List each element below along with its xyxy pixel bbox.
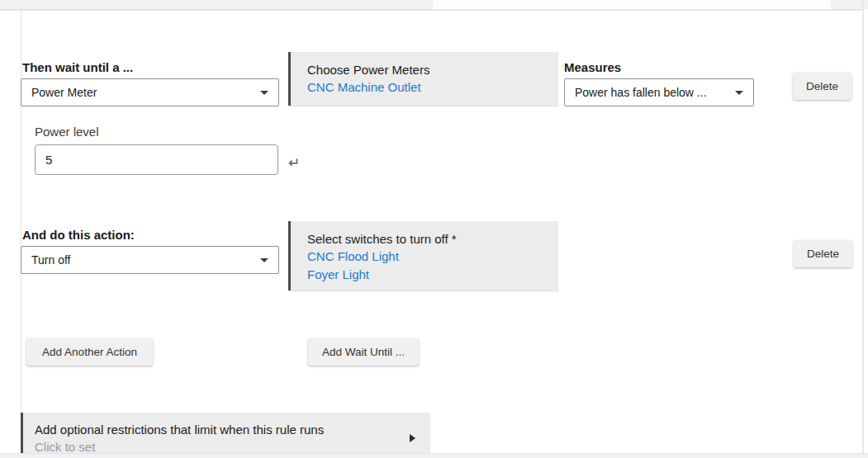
rule-builder-screen: Then wait until a ... Power Meter Choose…: [0, 0, 868, 458]
action-label: And do this action:: [22, 228, 135, 242]
select-switches-box[interactable]: Select switches to turn off * CNC Flood …: [288, 221, 558, 290]
device-link[interactable]: Foyer Light: [307, 266, 542, 284]
select-switches-title: Select switches to turn off *: [307, 230, 542, 248]
measures-label: Measures: [564, 60, 621, 74]
chevron-down-icon: [735, 91, 743, 95]
add-another-action-button[interactable]: Add Another Action: [26, 338, 153, 366]
device-link[interactable]: CNC Machine Outlet: [307, 78, 542, 97]
add-wait-until-button[interactable]: Add Wait Until ...: [308, 338, 419, 366]
power-level-input[interactable]: [35, 144, 278, 175]
card-left-border: [21, 11, 21, 453]
power-level-label: Power level: [35, 125, 99, 139]
top-divider: [0, 9, 863, 11]
choose-power-meters-box[interactable]: Choose Power Meters CNC Machine Outlet: [288, 52, 558, 106]
capability-select-value: Power Meter: [31, 86, 254, 99]
restrictions-bar[interactable]: Add optional restrictions that limit whe…: [21, 413, 430, 458]
choose-power-meters-title: Choose Power Meters: [307, 61, 542, 78]
restrictions-title: Add optional restrictions that limit whe…: [35, 421, 419, 438]
delete-trigger-button[interactable]: Delete: [793, 73, 851, 100]
bottom-page-edge: [0, 453, 868, 458]
device-link[interactable]: CNC Flood Light: [307, 248, 542, 266]
wait-until-label: Then wait until a ...: [22, 60, 133, 74]
action-select[interactable]: Turn off: [21, 246, 279, 274]
action-select-value: Turn off: [31, 253, 254, 267]
capability-select[interactable]: Power Meter: [21, 78, 279, 106]
measures-select-value: Power has fallen below ...: [575, 86, 728, 99]
chevron-down-icon: [260, 91, 268, 95]
enter-key-icon: ↵: [288, 154, 300, 172]
top-scroll-remnant-notch: [433, 0, 831, 9]
delete-action-button[interactable]: Delete: [794, 240, 852, 267]
chevron-down-icon: [260, 258, 268, 262]
measures-select[interactable]: Power has fallen below ...: [564, 78, 754, 106]
card-right-border: [862, 0, 864, 453]
expand-right-icon: [410, 434, 415, 442]
